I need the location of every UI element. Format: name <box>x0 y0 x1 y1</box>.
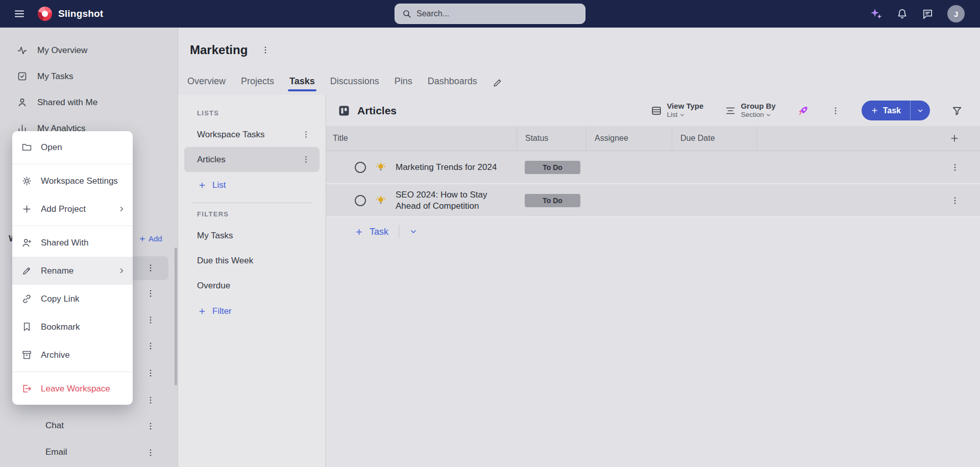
sidebar-item-my-overview[interactable]: My Overview <box>0 37 178 63</box>
sidebar-item-email[interactable]: Email <box>45 447 67 457</box>
status-badge[interactable]: To Do <box>525 161 580 174</box>
chevron-right-icon <box>118 205 126 213</box>
status-badge[interactable]: To Do <box>525 194 580 207</box>
global-search[interactable] <box>395 4 585 24</box>
group-by-control[interactable]: Group By Section <box>725 102 775 119</box>
column-header-assignee[interactable]: Assignee <box>586 126 672 151</box>
app-root: Slingshot J My Overview <box>0 0 980 467</box>
workspace-item-menu-icon[interactable] <box>146 289 155 298</box>
list-menu-icon[interactable] <box>302 130 310 139</box>
menu-item-label: Copy Link <box>41 294 80 304</box>
hamburger-menu-icon[interactable] <box>13 8 26 20</box>
sidebar-item-my-tasks[interactable]: My Tasks <box>0 63 178 89</box>
task-row-menu-icon[interactable] <box>950 196 960 205</box>
menu-item-workspace-settings[interactable]: Workspace Settings <box>12 167 133 195</box>
menu-item-copy-link[interactable]: Copy Link <box>12 285 133 313</box>
task-check-icon <box>17 71 28 82</box>
lightbulb-icon <box>375 195 386 206</box>
filter-item-overdue[interactable]: Overdue <box>184 273 320 298</box>
filter-item-my-tasks[interactable]: My Tasks <box>184 223 320 248</box>
add-workspace-button[interactable]: Add <box>139 234 162 243</box>
new-task-label: Task <box>883 106 901 115</box>
add-list-button[interactable]: List <box>184 172 320 199</box>
view-type-control[interactable]: View Type List <box>651 102 703 119</box>
user-avatar[interactable]: J <box>947 5 965 22</box>
notifications-bell-icon[interactable] <box>896 8 908 20</box>
group-by-icon <box>725 105 736 116</box>
add-list-label: List <box>212 180 226 190</box>
menu-item-open[interactable]: Open <box>12 133 133 161</box>
topbar-actions: J <box>869 5 965 22</box>
task-row[interactable]: SEO 2024: How to Stay Ahead of Competiti… <box>326 184 980 217</box>
lightbulb-icon <box>375 162 386 173</box>
chat-menu-icon[interactable] <box>146 422 155 431</box>
add-task-dropdown-icon[interactable] <box>409 228 418 236</box>
list-item-label: Articles <box>197 155 226 165</box>
task-row[interactable]: Marketing Trends for 2024 To Do <box>326 151 980 184</box>
chevron-right-icon <box>118 267 126 275</box>
board-menu-icon[interactable] <box>831 106 840 115</box>
list-item-workspace-tasks[interactable]: Workspace Tasks <box>184 122 320 147</box>
board-title: Articles <box>357 105 397 117</box>
page-tabs: Overview Projects Tasks Discussions Pins… <box>187 76 502 95</box>
workspace-menu-icon[interactable] <box>146 263 155 273</box>
app-brand[interactable]: Slingshot <box>38 7 103 21</box>
tab-pins[interactable]: Pins <box>395 76 412 95</box>
sidebar-item-chat[interactable]: Chat <box>45 421 64 431</box>
messages-icon[interactable] <box>922 8 934 20</box>
add-task-button[interactable]: Task <box>355 227 388 237</box>
add-column-icon[interactable] <box>949 133 960 143</box>
column-header-title[interactable]: Title <box>326 126 517 151</box>
new-task-button[interactable]: Task <box>862 101 910 120</box>
page-header: Marketing Overview Projects Tasks Discus… <box>178 28 980 95</box>
page-menu-icon[interactable] <box>261 45 270 55</box>
search-input[interactable] <box>416 9 578 18</box>
menu-item-shared-with[interactable]: Shared With <box>12 229 133 257</box>
workspace-item-menu-icon[interactable] <box>146 396 155 405</box>
rename-icon <box>21 265 32 276</box>
lists-header: LISTS <box>197 109 320 117</box>
add-filter-button[interactable]: Filter <box>184 298 320 325</box>
sidebar-scrollbar[interactable] <box>175 248 177 385</box>
filter-funnel-icon[interactable] <box>951 105 963 116</box>
tab-projects[interactable]: Projects <box>241 76 274 95</box>
workspace-item-menu-icon[interactable] <box>146 315 155 325</box>
tab-dashboards[interactable]: Dashboards <box>428 76 477 95</box>
menu-item-add-project[interactable]: Add Project <box>12 195 133 223</box>
rocket-boost-icon[interactable] <box>797 105 810 117</box>
column-header-due-date[interactable]: Due Date <box>672 126 756 151</box>
task-row-menu-icon[interactable] <box>950 163 960 172</box>
menu-item-archive[interactable]: Archive <box>12 341 133 369</box>
column-header-status[interactable]: Status <box>517 126 586 151</box>
divider <box>12 226 133 226</box>
list-menu-icon[interactable] <box>302 155 310 164</box>
archive-icon <box>21 350 32 360</box>
workspace-item-menu-icon[interactable] <box>146 341 155 351</box>
add-workspace-label: Add <box>149 234 162 243</box>
plus-icon <box>355 228 363 236</box>
tab-discussions[interactable]: Discussions <box>330 76 379 95</box>
workspace-item-menu-icon[interactable] <box>146 368 155 378</box>
person-add-icon <box>21 237 32 248</box>
menu-item-rename[interactable]: Rename <box>12 257 133 285</box>
email-menu-icon[interactable] <box>146 448 155 457</box>
plus-icon <box>198 307 206 315</box>
group-by-value: Section <box>741 111 764 119</box>
edit-tabs-icon[interactable] <box>493 78 502 95</box>
menu-item-leave-workspace[interactable]: Leave Workspace <box>12 375 133 403</box>
tab-overview[interactable]: Overview <box>187 76 226 95</box>
task-complete-checkbox[interactable] <box>355 162 366 173</box>
menu-item-bookmark[interactable]: Bookmark <box>12 313 133 341</box>
view-type-value: List <box>667 111 677 119</box>
list-item-articles[interactable]: Articles <box>184 147 320 172</box>
group-by-label: Group By <box>741 102 775 111</box>
tab-tasks[interactable]: Tasks <box>289 76 315 95</box>
top-bar: Slingshot J <box>0 0 980 28</box>
search-icon <box>402 9 411 18</box>
menu-item-label: Rename <box>41 266 74 276</box>
new-task-dropdown-icon[interactable] <box>911 101 930 120</box>
ai-sparkle-icon[interactable] <box>869 7 883 20</box>
filter-item-due-this-week[interactable]: Due this Week <box>184 248 320 273</box>
task-complete-checkbox[interactable] <box>355 195 366 206</box>
sidebar-item-shared-with-me[interactable]: Shared with Me <box>0 89 178 115</box>
